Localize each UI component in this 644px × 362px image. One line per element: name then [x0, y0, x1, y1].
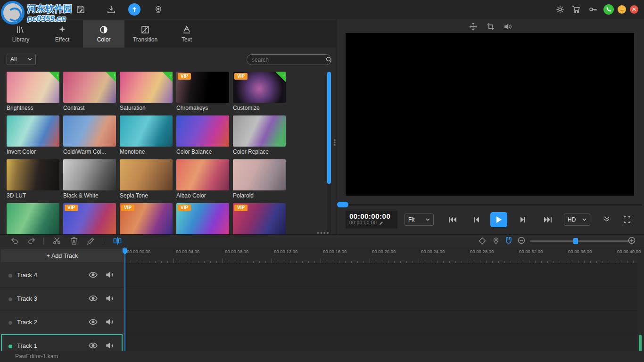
timeline-lane[interactable]	[124, 311, 637, 334]
skip-start-icon[interactable]	[448, 216, 457, 223]
filter-item[interactable]: ↓ Polaroid	[233, 159, 286, 201]
panel-splitter-handle[interactable]: ●●●	[333, 139, 335, 146]
zoom-out-icon[interactable]	[518, 237, 525, 244]
add-track-button[interactable]: + Add Track	[1, 249, 124, 262]
magnet-icon[interactable]	[504, 237, 513, 245]
minimize-icon[interactable]: –	[618, 5, 626, 14]
redo-icon[interactable]	[27, 237, 36, 245]
menu-icon[interactable]	[37, 5, 45, 14]
filter-item[interactable]: ↓ Color Balance	[176, 115, 229, 157]
timeline-lane[interactable]	[124, 334, 637, 351]
filter-item[interactable]: VIP ↓ Chromakeys	[176, 72, 229, 113]
timeline-lane[interactable]	[124, 263, 637, 287]
ruler-tick	[584, 261, 585, 263]
cart-icon[interactable]	[572, 5, 580, 14]
delete-icon[interactable]	[70, 237, 78, 245]
upload-icon[interactable]	[128, 3, 140, 16]
eye-icon[interactable]	[89, 271, 98, 279]
speaker-icon[interactable]	[106, 295, 114, 302]
search-icon[interactable]	[326, 57, 332, 63]
tab-transition[interactable]: Transition	[124, 20, 166, 48]
edit-icon[interactable]	[87, 237, 95, 245]
filter-item[interactable]: ↓ Contrast	[63, 72, 116, 113]
filter-item[interactable]: VIP ↓ Customize	[233, 72, 286, 113]
tab-library[interactable]: Library	[0, 20, 41, 48]
track-row[interactable]: Track 4	[0, 264, 124, 288]
tab-color[interactable]: Color	[83, 20, 124, 48]
timeline-ruler[interactable]: 00:00:00,0000:00:04,0000:00:08,0000:00:1…	[124, 247, 637, 263]
fit-select[interactable]: Fit	[405, 214, 434, 226]
ruler-tick	[351, 261, 352, 263]
filter-item[interactable]: VIP ↓	[233, 203, 286, 234]
filter-item[interactable]: ↓ Saturation	[120, 72, 173, 113]
timeline-lane[interactable]	[124, 287, 637, 311]
volume-icon[interactable]	[504, 23, 512, 31]
quality-select[interactable]: HD	[564, 214, 590, 226]
zoom-slider[interactable]	[530, 240, 630, 242]
zoom-in-icon[interactable]	[628, 237, 636, 244]
text-icon	[182, 25, 191, 34]
filter-item[interactable]: ↓	[7, 203, 59, 234]
speaker-icon[interactable]	[106, 318, 114, 326]
category-select[interactable]: All	[7, 54, 36, 65]
filter-item[interactable]: ↓ 3D LUT	[7, 159, 59, 201]
fullscreen-icon[interactable]	[623, 216, 631, 223]
move-icon[interactable]	[469, 23, 477, 31]
undo-icon[interactable]	[10, 237, 19, 245]
zoom-slider-handle[interactable]	[573, 238, 578, 244]
timeline-vscrollbar-thumb[interactable]	[639, 335, 642, 351]
filter-item[interactable]: VIP ↓	[120, 203, 173, 234]
panel-scrollbar-thumb[interactable]	[327, 72, 331, 184]
seek-handle[interactable]	[337, 202, 348, 207]
filter-item[interactable]: ↓ Color Replace	[233, 115, 286, 157]
seek-track[interactable]	[337, 204, 642, 206]
eye-icon[interactable]	[89, 318, 98, 326]
track-row[interactable]: Track 3	[0, 288, 124, 311]
ruler-tick	[443, 261, 444, 263]
playhead-line[interactable]	[124, 247, 125, 351]
split-icon[interactable]	[113, 237, 122, 245]
ruler-tick	[449, 261, 450, 263]
ruler-tick	[198, 261, 198, 263]
filter-item[interactable]: ↓ Invert Color	[7, 115, 59, 157]
ruler-tick	[339, 261, 339, 263]
speaker-icon[interactable]	[106, 271, 114, 279]
key-icon[interactable]	[589, 5, 597, 14]
record-icon[interactable]	[154, 5, 163, 14]
next-frame-icon[interactable]	[520, 216, 526, 223]
filter-item[interactable]: ↓ Sepia Tone	[120, 159, 173, 201]
eye-icon[interactable]	[89, 295, 98, 302]
download-arrow-icon: ↓	[57, 72, 59, 77]
filter-item[interactable]: ↓ Monotone	[120, 115, 173, 157]
filter-thumb: ↓	[233, 159, 286, 190]
tab-effect[interactable]: Effect	[41, 20, 83, 48]
filter-thumb: VIP ↓	[233, 203, 286, 234]
save-icon[interactable]	[59, 5, 68, 14]
search-input[interactable]	[251, 56, 326, 64]
crop-icon[interactable]	[487, 23, 495, 31]
whatsapp-icon[interactable]	[603, 4, 614, 15]
settings-icon[interactable]	[556, 5, 564, 14]
edit-timecode-icon[interactable]	[379, 221, 383, 225]
close-icon[interactable]: ✕	[630, 5, 638, 14]
filter-item[interactable]: ↓ Aibao Color	[176, 159, 229, 201]
filter-item[interactable]: VIP ↓	[63, 203, 116, 234]
video-preview[interactable]	[346, 33, 634, 196]
filter-item[interactable]: VIP ↓	[176, 203, 229, 234]
collapse-icon[interactable]	[603, 216, 611, 222]
export-icon[interactable]	[107, 5, 116, 14]
marker-icon[interactable]	[492, 237, 500, 245]
filter-item[interactable]: ↓ Brightness	[7, 72, 59, 113]
panel-scrollbar[interactable]	[327, 71, 331, 234]
tab-label: Library	[12, 36, 30, 43]
cut-icon[interactable]	[53, 237, 61, 245]
skip-end-icon[interactable]	[543, 216, 553, 223]
filter-item[interactable]: ↓ Black & White	[63, 159, 116, 201]
track-row[interactable]: Track 2	[0, 311, 124, 335]
prev-frame-icon[interactable]	[473, 216, 480, 223]
filter-item[interactable]: ↓ Cold/Warm Col...	[63, 115, 116, 157]
play-button[interactable]	[490, 212, 507, 227]
save-as-icon[interactable]	[76, 5, 85, 14]
keyframe-icon[interactable]	[478, 237, 487, 245]
tab-text[interactable]: Text	[166, 20, 207, 48]
